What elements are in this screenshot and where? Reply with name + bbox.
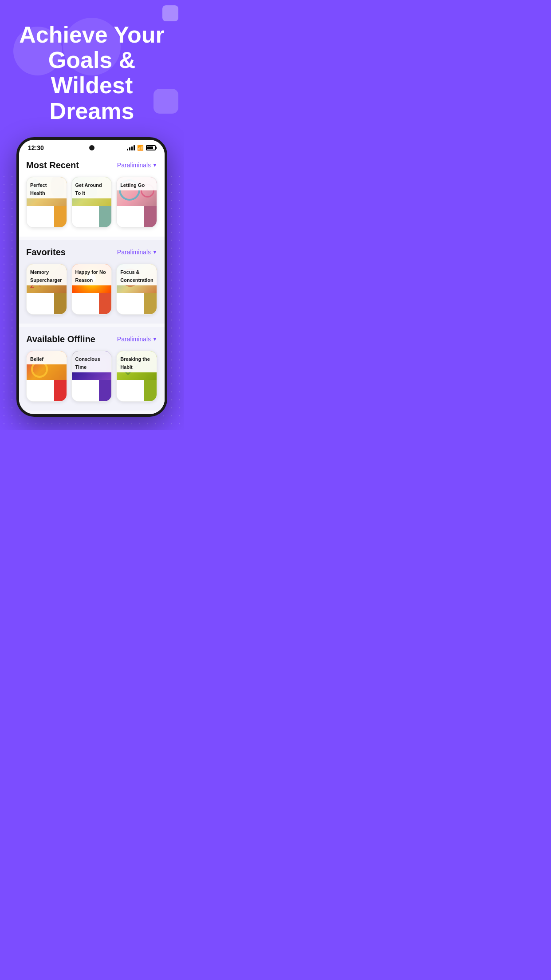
front-camera-icon xyxy=(89,145,94,150)
signal-bar-2 xyxy=(129,147,130,150)
card-title-area-bh: Breaking the Habit xyxy=(117,351,157,372)
card-conscious[interactable]: Conscious Time xyxy=(71,351,112,402)
outer-background: Achieve Your Goals & Wildest Dreams 12:3… xyxy=(0,0,184,430)
offline-section: Available Offline Paraliminals ▼ Belief xyxy=(19,327,165,411)
most-recent-chevron-icon: ▼ xyxy=(152,162,157,168)
hero-title: Achieve Your Goals & Wildest Dreams xyxy=(0,0,184,137)
favorites-section: Favorites Paraliminals ▼ Memory Supercha… xyxy=(19,240,165,324)
card-title-ph: Perfect Health xyxy=(30,182,47,196)
most-recent-link[interactable]: Paraliminals ▼ xyxy=(117,162,157,169)
offline-header: Available Offline Paraliminals ▼ xyxy=(26,334,157,344)
favorites-chevron-icon: ▼ xyxy=(152,249,157,255)
card-focus[interactable]: Focus & Concentration xyxy=(116,264,157,315)
favorites-title: Favorites xyxy=(26,247,66,257)
signal-bars-icon xyxy=(127,145,135,150)
favorites-link[interactable]: Paraliminals ▼ xyxy=(117,249,157,256)
favorites-header: Favorites Paraliminals ▼ xyxy=(26,247,157,257)
card-title-area-bl: Belief xyxy=(27,351,67,364)
status-bar: 12:30 📶 xyxy=(19,140,165,153)
most-recent-header: Most Recent Paraliminals ▼ xyxy=(26,160,157,170)
card-happy[interactable]: Happy for No Reason xyxy=(71,264,112,315)
card-memory[interactable]: Memory Supercharger xyxy=(26,264,67,315)
signal-bar-1 xyxy=(127,149,128,150)
phone-mockup: 12:30 📶 xyxy=(0,137,184,430)
card-belief[interactable]: Belief xyxy=(26,351,67,402)
card-title-area-fc: Focus & Concentration xyxy=(117,264,157,285)
most-recent-section: Most Recent Paraliminals ▼ Perfect Healt… xyxy=(19,153,165,237)
card-title-lg: Letting Go xyxy=(120,182,145,188)
phone-content[interactable]: Most Recent Paraliminals ▼ Perfect Healt… xyxy=(19,153,165,414)
card-breaking[interactable]: Breaking the Habit xyxy=(116,351,157,402)
card-title-fc: Focus & Concentration xyxy=(120,269,153,283)
offline-link[interactable]: Paraliminals ▼ xyxy=(117,336,157,343)
offline-link-label: Paraliminals xyxy=(117,336,151,343)
card-title-ct: Conscious Time xyxy=(75,356,100,370)
card-title-area-ph: Perfect Health xyxy=(27,177,67,198)
card-title-area-ct: Conscious Time xyxy=(72,351,112,372)
card-title-bh: Breaking the Habit xyxy=(120,356,150,370)
offline-cards-row: Belief Conscious Time xyxy=(26,351,157,402)
most-recent-title: Most Recent xyxy=(26,160,79,170)
offline-chevron-icon: ▼ xyxy=(152,336,157,342)
most-recent-cards-row: Perfect Health Get Around To It xyxy=(26,177,157,228)
most-recent-link-label: Paraliminals xyxy=(117,162,151,169)
phone-body: 12:30 📶 xyxy=(16,137,167,417)
card-get-around[interactable]: Get Around To It xyxy=(71,177,112,228)
status-icons: 📶 xyxy=(127,145,156,151)
card-title-area-ms: Memory Supercharger xyxy=(27,264,67,285)
favorites-cards-row: Memory Supercharger Happy for No Reason xyxy=(26,264,157,315)
card-perfect-health[interactable]: Perfect Health xyxy=(26,177,67,228)
battery-icon xyxy=(146,145,156,150)
card-title-ga: Get Around To It xyxy=(75,182,102,196)
card-title-ms: Memory Supercharger xyxy=(30,269,62,283)
signal-bar-3 xyxy=(131,146,133,150)
card-title-area-lg: Letting Go xyxy=(117,177,157,190)
battery-fill xyxy=(147,146,153,149)
card-title-bl: Belief xyxy=(30,356,43,362)
wifi-icon: 📶 xyxy=(137,145,144,151)
status-time: 12:30 xyxy=(28,144,44,151)
favorites-link-label: Paraliminals xyxy=(117,249,151,256)
signal-bar-4 xyxy=(134,145,135,150)
card-title-area-ga: Get Around To It xyxy=(72,177,112,198)
offline-title: Available Offline xyxy=(26,334,95,344)
card-title-area-hn: Happy for No Reason xyxy=(72,264,112,285)
card-title-hn: Happy for No Reason xyxy=(75,269,106,283)
card-letting-go[interactable]: Letting Go xyxy=(116,177,157,228)
